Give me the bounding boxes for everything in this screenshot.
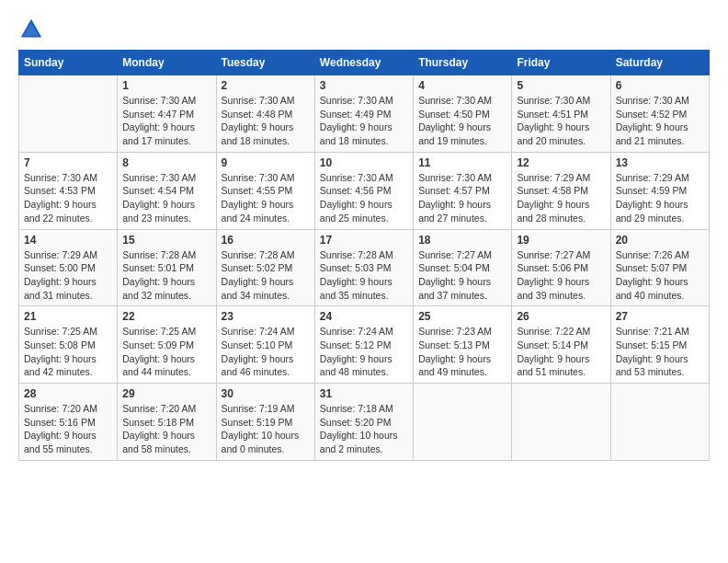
weekday-header-row: SundayMondayTuesdayWednesdayThursdayFrid… [19,51,710,75]
day-number: 14 [24,234,112,247]
day-info: Sunrise: 7:25 AMSunset: 5:09 PMDaylight:… [122,325,210,379]
calendar-cell: 7Sunrise: 7:30 AMSunset: 4:53 PMDaylight… [19,152,118,229]
calendar-cell: 4Sunrise: 7:30 AMSunset: 4:50 PMDaylight… [414,75,512,153]
calendar-cell: 30Sunrise: 7:19 AMSunset: 5:19 PMDayligh… [216,384,314,461]
day-info: Sunrise: 7:23 AMSunset: 5:13 PMDaylight:… [418,325,506,379]
day-number: 22 [122,310,210,323]
day-info: Sunrise: 7:29 AMSunset: 4:59 PMDaylight:… [616,171,704,225]
day-info: Sunrise: 7:29 AMSunset: 5:00 PMDaylight:… [24,248,112,303]
day-number: 12 [517,156,605,169]
calendar-cell: 1Sunrise: 7:30 AMSunset: 4:47 PMDaylight… [118,75,216,153]
weekday-header-tuesday: Tuesday [216,51,314,75]
day-info: Sunrise: 7:30 AMSunset: 4:47 PMDaylight:… [122,94,210,148]
day-info: Sunrise: 7:30 AMSunset: 4:48 PMDaylight:… [222,94,310,148]
day-number: 2 [222,79,310,92]
day-number: 25 [418,310,506,323]
day-info: Sunrise: 7:30 AMSunset: 4:50 PMDaylight:… [418,94,506,148]
calendar-table: SundayMondayTuesdayWednesdayThursdayFrid… [18,50,710,461]
day-info: Sunrise: 7:21 AMSunset: 5:15 PMDaylight:… [616,325,704,379]
day-info: Sunrise: 7:28 AMSunset: 5:02 PMDaylight:… [222,248,310,303]
day-number: 1 [122,79,210,92]
weekday-header-wednesday: Wednesday [314,51,413,75]
day-number: 19 [517,234,605,247]
calendar-cell: 12Sunrise: 7:29 AMSunset: 4:58 PMDayligh… [512,152,610,229]
day-info: Sunrise: 7:22 AMSunset: 5:14 PMDaylight:… [517,325,605,379]
calendar-cell [414,384,512,461]
day-number: 26 [517,310,605,323]
day-info: Sunrise: 7:27 AMSunset: 5:06 PMDaylight:… [517,248,605,303]
day-number: 16 [222,234,310,247]
calendar-cell: 13Sunrise: 7:29 AMSunset: 4:59 PMDayligh… [610,152,709,229]
calendar-cell: 9Sunrise: 7:30 AMSunset: 4:55 PMDaylight… [216,152,314,229]
day-info: Sunrise: 7:28 AMSunset: 5:01 PMDaylight:… [122,248,210,303]
day-info: Sunrise: 7:25 AMSunset: 5:08 PMDaylight:… [24,325,112,379]
day-info: Sunrise: 7:30 AMSunset: 4:57 PMDaylight:… [418,171,506,225]
day-number: 28 [24,387,112,400]
calendar-cell: 15Sunrise: 7:28 AMSunset: 5:01 PMDayligh… [118,229,216,306]
calendar-cell: 23Sunrise: 7:24 AMSunset: 5:10 PMDayligh… [216,306,314,384]
weekday-header-sunday: Sunday [19,51,118,75]
day-info: Sunrise: 7:24 AMSunset: 5:10 PMDaylight:… [222,325,310,379]
week-row-4: 21Sunrise: 7:25 AMSunset: 5:08 PMDayligh… [19,306,710,384]
day-number: 17 [320,234,408,247]
day-info: Sunrise: 7:30 AMSunset: 4:52 PMDaylight:… [616,94,704,148]
day-number: 4 [418,79,506,92]
calendar-cell: 24Sunrise: 7:24 AMSunset: 5:12 PMDayligh… [314,306,413,384]
day-info: Sunrise: 7:30 AMSunset: 4:56 PMDaylight:… [320,171,408,225]
calendar-cell [512,384,610,461]
calendar-cell: 21Sunrise: 7:25 AMSunset: 5:08 PMDayligh… [19,306,118,384]
day-number: 15 [122,234,210,247]
calendar-cell: 31Sunrise: 7:18 AMSunset: 5:20 PMDayligh… [314,384,413,461]
week-row-2: 7Sunrise: 7:30 AMSunset: 4:53 PMDaylight… [19,152,710,229]
day-number: 30 [222,387,310,400]
calendar-cell: 25Sunrise: 7:23 AMSunset: 5:13 PMDayligh… [414,306,512,384]
calendar-cell: 19Sunrise: 7:27 AMSunset: 5:06 PMDayligh… [512,229,610,306]
calendar-cell: 27Sunrise: 7:21 AMSunset: 5:15 PMDayligh… [610,306,709,384]
day-number: 11 [418,156,506,169]
day-number: 23 [222,310,310,323]
day-info: Sunrise: 7:30 AMSunset: 4:49 PMDaylight:… [320,94,408,148]
day-number: 10 [320,156,408,169]
day-info: Sunrise: 7:19 AMSunset: 5:19 PMDaylight:… [222,402,310,456]
day-number: 24 [320,310,408,323]
week-row-5: 28Sunrise: 7:20 AMSunset: 5:16 PMDayligh… [19,384,710,461]
day-number: 8 [122,156,210,169]
weekday-header-thursday: Thursday [414,51,512,75]
week-row-1: 1Sunrise: 7:30 AMSunset: 4:47 PMDaylight… [19,75,710,153]
calendar-cell: 29Sunrise: 7:20 AMSunset: 5:18 PMDayligh… [118,384,216,461]
calendar-cell: 3Sunrise: 7:30 AMSunset: 4:49 PMDaylight… [314,75,413,153]
calendar-cell: 22Sunrise: 7:25 AMSunset: 5:09 PMDayligh… [118,306,216,384]
calendar-cell: 10Sunrise: 7:30 AMSunset: 4:56 PMDayligh… [314,152,413,229]
week-row-3: 14Sunrise: 7:29 AMSunset: 5:00 PMDayligh… [19,229,710,306]
calendar-cell: 2Sunrise: 7:30 AMSunset: 4:48 PMDaylight… [216,75,314,153]
day-number: 31 [320,387,408,400]
day-number: 9 [222,156,310,169]
calendar-cell: 6Sunrise: 7:30 AMSunset: 4:52 PMDaylight… [610,75,709,153]
calendar-cell [610,384,709,461]
day-number: 29 [122,387,210,400]
day-number: 20 [616,234,704,247]
calendar-cell: 18Sunrise: 7:27 AMSunset: 5:04 PMDayligh… [414,229,512,306]
day-info: Sunrise: 7:30 AMSunset: 4:54 PMDaylight:… [122,171,210,225]
logo [18,17,48,42]
day-info: Sunrise: 7:30 AMSunset: 4:53 PMDaylight:… [24,171,112,225]
weekday-header-saturday: Saturday [610,51,709,75]
logo-icon [18,17,44,42]
day-number: 6 [616,79,704,92]
calendar-cell: 20Sunrise: 7:26 AMSunset: 5:07 PMDayligh… [610,229,709,306]
day-number: 5 [517,79,605,92]
calendar-cell: 11Sunrise: 7:30 AMSunset: 4:57 PMDayligh… [414,152,512,229]
weekday-header-friday: Friday [512,51,610,75]
day-info: Sunrise: 7:28 AMSunset: 5:03 PMDaylight:… [320,248,408,303]
day-info: Sunrise: 7:30 AMSunset: 4:51 PMDaylight:… [517,94,605,148]
day-number: 7 [24,156,112,169]
day-number: 13 [616,156,704,169]
day-info: Sunrise: 7:20 AMSunset: 5:18 PMDaylight:… [122,402,210,456]
day-number: 21 [24,310,112,323]
day-info: Sunrise: 7:26 AMSunset: 5:07 PMDaylight:… [616,248,704,303]
weekday-header-monday: Monday [118,51,216,75]
calendar-cell: 17Sunrise: 7:28 AMSunset: 5:03 PMDayligh… [314,229,413,306]
day-info: Sunrise: 7:27 AMSunset: 5:04 PMDaylight:… [418,248,506,303]
calendar-cell: 8Sunrise: 7:30 AMSunset: 4:54 PMDaylight… [118,152,216,229]
day-number: 27 [616,310,704,323]
